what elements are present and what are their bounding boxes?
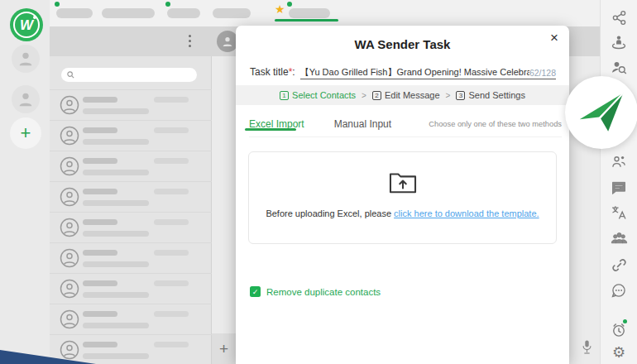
chat-list-item[interactable] xyxy=(50,181,212,212)
dedupe-checkbox[interactable]: ✓ xyxy=(250,286,261,297)
chat-list-item[interactable] xyxy=(50,273,212,304)
notification-dot xyxy=(623,319,627,323)
plus-icon: + xyxy=(21,122,31,144)
timestamp-skeleton xyxy=(154,219,189,225)
step-edit-message[interactable]: 2 Edit Message xyxy=(372,90,440,100)
left-account-rail: W + xyxy=(0,0,50,364)
reminder-clock-icon[interactable] xyxy=(610,321,628,339)
timestamp-skeleton xyxy=(154,189,189,194)
app-logo[interactable]: W xyxy=(10,8,43,41)
chat-list-item[interactable] xyxy=(50,334,212,364)
add-account-button[interactable]: + xyxy=(10,117,41,149)
search-input[interactable] xyxy=(61,68,197,82)
tool-sidebar: ⚙ xyxy=(600,0,637,364)
tab-excel-import[interactable]: Excel Import xyxy=(249,118,304,130)
microphone-icon[interactable] xyxy=(581,339,593,358)
contact-name-skeleton xyxy=(83,342,117,347)
team-icon[interactable] xyxy=(610,229,628,247)
chat-list-item[interactable] xyxy=(50,120,212,151)
step-separator: > xyxy=(362,91,366,100)
message-preview-skeleton xyxy=(83,323,149,328)
chat-list-item[interactable] xyxy=(50,212,212,242)
modal-title: WA Sender Task xyxy=(236,37,569,51)
chat-list-item[interactable] xyxy=(50,242,212,273)
upload-folder-icon xyxy=(388,169,418,198)
top-tab-skeleton[interactable] xyxy=(167,8,200,18)
account-avatar-2[interactable] xyxy=(12,85,40,113)
contact-avatar-icon xyxy=(60,156,79,176)
timestamp-skeleton xyxy=(154,311,189,317)
contact-avatar-icon xyxy=(60,187,79,207)
chat-list-header xyxy=(50,26,212,56)
person-icon xyxy=(221,35,234,48)
chat-list-item[interactable] xyxy=(50,89,212,120)
step-number: 2 xyxy=(372,91,381,100)
task-title-label: Task title*: xyxy=(250,66,295,79)
contact-name-skeleton xyxy=(83,219,117,225)
timestamp-skeleton xyxy=(154,158,189,164)
contact-name-skeleton xyxy=(83,127,117,133)
settings-gear-icon[interactable]: ⚙ xyxy=(610,343,628,362)
link-icon[interactable] xyxy=(610,256,628,274)
app-window: ★ W + xyxy=(0,0,637,364)
translate-icon[interactable] xyxy=(610,204,628,222)
top-tab-skeleton[interactable] xyxy=(213,8,251,18)
upload-hint: Before uploading Excel, please click her… xyxy=(249,208,556,218)
step-send-settings[interactable]: 3 Send Settings xyxy=(456,90,525,100)
group-contacts-icon[interactable] xyxy=(610,153,628,171)
top-tab-skeleton[interactable] xyxy=(56,8,93,18)
person-icon xyxy=(17,90,35,108)
tabs-note: Choose only one of these two methods xyxy=(429,120,562,128)
menu-kebab-icon[interactable] xyxy=(189,35,192,50)
logo-letter: W xyxy=(20,18,33,32)
top-tab-skeleton[interactable] xyxy=(102,8,155,18)
message-preview-skeleton xyxy=(83,170,149,175)
chat-list-panel xyxy=(50,26,212,364)
message-preview-skeleton xyxy=(83,292,149,298)
timestamp-skeleton xyxy=(154,280,189,286)
contact-name-skeleton xyxy=(83,280,117,286)
chat-list-item[interactable] xyxy=(50,304,212,334)
chat-list-item[interactable] xyxy=(50,151,212,181)
contact-avatar-icon xyxy=(60,279,79,299)
share-network-icon[interactable] xyxy=(610,8,628,26)
top-tab-skeleton[interactable]: ★ xyxy=(289,8,330,18)
contact-name-skeleton xyxy=(83,311,117,317)
contact-name-skeleton xyxy=(83,189,117,194)
contact-avatar-icon xyxy=(60,309,79,329)
new-chat-plus-button[interactable]: + xyxy=(212,333,236,364)
user-location-icon[interactable] xyxy=(610,33,628,51)
task-title-input[interactable] xyxy=(300,65,529,79)
message-preview-skeleton xyxy=(83,261,149,267)
person-icon xyxy=(17,50,35,68)
favorite-star-icon: ★ xyxy=(275,3,285,15)
chat-message-icon[interactable] xyxy=(610,179,628,197)
active-dot xyxy=(165,2,170,7)
message-preview-skeleton xyxy=(83,200,149,206)
step-select-contacts[interactable]: 1 Select Contacts xyxy=(280,90,356,100)
dedupe-option: ✓ Remove duplicate contacts xyxy=(250,286,381,297)
chat-list xyxy=(50,89,212,364)
step-number: 3 xyxy=(456,91,465,100)
message-preview-skeleton xyxy=(83,108,149,114)
message-preview-skeleton xyxy=(83,353,149,359)
logo-spark-dot xyxy=(33,16,36,19)
send-task-button[interactable] xyxy=(565,76,637,149)
import-tabs: Excel Import Manual Input Choose only on… xyxy=(249,112,562,137)
wa-sender-task-modal: WA Sender Task × Task title*: 62/128 1 S… xyxy=(236,26,569,364)
step-label: Send Settings xyxy=(468,90,525,100)
excel-upload-dropzone[interactable]: Before uploading Excel, please click her… xyxy=(248,151,557,244)
tab-manual-input[interactable]: Manual Input xyxy=(334,118,391,130)
account-avatar-1[interactable] xyxy=(12,45,40,73)
contact-avatar-icon xyxy=(60,126,79,146)
timestamp-skeleton xyxy=(154,342,189,347)
active-dot xyxy=(287,2,292,7)
step-number: 1 xyxy=(280,91,289,100)
contact-name-skeleton xyxy=(83,97,117,103)
timestamp-skeleton xyxy=(154,127,189,133)
search-icon xyxy=(66,70,75,79)
close-icon[interactable]: × xyxy=(550,31,558,45)
download-template-link[interactable]: click here to download the template. xyxy=(394,208,539,218)
contact-search-icon[interactable] xyxy=(610,59,628,77)
support-headset-icon[interactable] xyxy=(610,281,628,299)
